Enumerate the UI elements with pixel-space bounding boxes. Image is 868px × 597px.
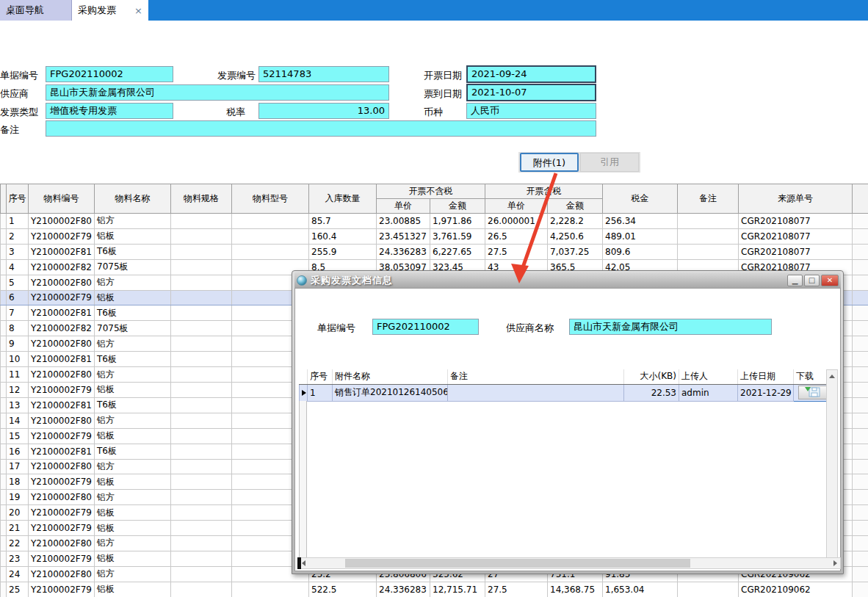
cell-code[interactable]: Y2100002F80 [29, 367, 95, 383]
cell-extra[interactable] [853, 214, 868, 229]
cell-seq[interactable]: 11 [7, 367, 29, 383]
cell-source[interactable]: CGR202108077 [739, 214, 853, 229]
col-source[interactable]: 来源单号 [739, 184, 853, 214]
cell-spec[interactable] [171, 444, 232, 459]
cell-sel[interactable] [1, 566, 7, 582]
cell-code[interactable]: Y2100002F79 [29, 474, 95, 490]
cell-extra[interactable] [853, 551, 868, 566]
cell-seq[interactable]: 24 [7, 566, 29, 582]
att-col-date[interactable]: 上传日期 [738, 369, 794, 384]
cell-name[interactable]: T6板 [95, 244, 171, 259]
cell-spec[interactable] [171, 551, 232, 566]
cell-name[interactable]: T6板 [95, 352, 171, 367]
cell-name[interactable]: 铝板 [95, 551, 171, 566]
cell-seq[interactable]: 15 [7, 428, 29, 444]
cell-extra[interactable] [853, 336, 868, 352]
cell-name[interactable]: 7075板 [95, 259, 171, 275]
cell-name[interactable]: 铝板 [95, 382, 171, 397]
cell-amount_inc[interactable]: 14,368.75 [548, 582, 603, 597]
cell-remark[interactable] [678, 214, 739, 229]
cell-amount_ex[interactable]: 12,715.71 [430, 582, 485, 597]
cell-seq[interactable]: 13 [7, 397, 29, 413]
cell-name[interactable]: 铝板 [95, 474, 171, 490]
arrive-date-field[interactable]: 2021-10-07 [466, 84, 596, 101]
att-date-cell[interactable]: 2021-12-29 [738, 384, 794, 401]
cell-seq[interactable]: 23 [7, 551, 29, 566]
cell-extra[interactable] [853, 428, 868, 444]
cell-model[interactable] [232, 214, 309, 229]
tab-purchase-invoice[interactable]: 采购发票 × [72, 0, 148, 21]
att-col-uploader[interactable]: 上传人 [679, 369, 738, 384]
cell-code[interactable]: Y2100002F80 [29, 536, 95, 551]
cell-seq[interactable]: 14 [7, 413, 29, 428]
cell-code[interactable]: Y2100002F80 [29, 275, 95, 290]
cell-amount_ex[interactable]: 1,971.86 [430, 214, 485, 229]
cell-extra[interactable] [853, 397, 868, 413]
cell-extra[interactable] [853, 367, 868, 383]
cell-seq[interactable]: 20 [7, 505, 29, 521]
cell-sel[interactable] [1, 321, 7, 336]
cell-code[interactable]: Y2100002F79 [29, 382, 95, 397]
cell-extra[interactable] [853, 566, 868, 582]
cell-extra[interactable] [853, 536, 868, 551]
cell-qty[interactable]: 255.9 [309, 244, 377, 259]
cell-seq[interactable]: 2 [7, 228, 29, 244]
vertical-scrollbar[interactable] [826, 369, 838, 565]
cell-spec[interactable] [171, 474, 232, 490]
cell-seq[interactable]: 12 [7, 382, 29, 397]
cell-name[interactable]: 铝方 [95, 214, 171, 229]
close-icon[interactable]: ✕ [821, 275, 839, 286]
col-model[interactable]: 物料型号 [232, 184, 309, 214]
cell-tax[interactable]: 489.01 [603, 228, 678, 244]
cell-spec[interactable] [171, 397, 232, 413]
minimize-icon[interactable]: ▁ [787, 275, 803, 286]
cell-extra[interactable] [853, 228, 868, 244]
cell-extra[interactable] [853, 413, 868, 428]
cell-spec[interactable] [171, 214, 232, 229]
cell-code[interactable]: Y2100002F81 [29, 397, 95, 413]
att-col-size[interactable]: 大小(KB) [624, 369, 679, 384]
cell-code[interactable]: Y2100002F80 [29, 413, 95, 428]
cell-extra[interactable] [853, 321, 868, 336]
cell-code[interactable]: Y2100002F82 [29, 321, 95, 336]
cell-seq[interactable]: 5 [7, 275, 29, 290]
cell-name[interactable]: 铝板 [95, 290, 171, 305]
col-remark[interactable]: 备注 [678, 184, 739, 214]
tax-rate-field[interactable]: 13.00 [258, 103, 389, 119]
cell-sel[interactable] [1, 413, 7, 428]
cell-name[interactable]: T6板 [95, 397, 171, 413]
att-remark-cell[interactable] [448, 384, 624, 401]
currency-field[interactable]: 人民币 [466, 103, 596, 119]
cell-seq[interactable]: 25 [7, 582, 29, 597]
cell-seq[interactable]: 10 [7, 352, 29, 367]
table-row[interactable]: 1Y2100002F80铝方85.723.008851,971.8626.000… [1, 214, 868, 229]
cell-code[interactable]: Y2100002F81 [29, 305, 95, 321]
cell-seq[interactable]: 9 [7, 336, 29, 352]
cell-extra[interactable] [853, 521, 868, 536]
cell-extra[interactable] [853, 474, 868, 490]
col-amount-inc[interactable]: 金额 [548, 199, 603, 214]
cell-price_inc[interactable]: 26.000001 [485, 214, 548, 229]
cell-sel[interactable] [1, 474, 7, 490]
cell-name[interactable]: 铝方 [95, 536, 171, 551]
cell-spec[interactable] [171, 536, 232, 551]
cell-sel[interactable] [1, 244, 7, 259]
cell-model[interactable] [232, 228, 309, 244]
cell-spec[interactable] [171, 413, 232, 428]
table-row[interactable]: 25Y2100002F79铝板522.524.33628312,715.7127… [1, 582, 868, 597]
cell-tax[interactable]: 1,653.04 [603, 582, 678, 597]
cell-extra[interactable] [853, 505, 868, 521]
cell-spec[interactable] [171, 228, 232, 244]
cell-extra[interactable] [853, 444, 868, 459]
cell-spec[interactable] [171, 305, 232, 321]
cell-spec[interactable] [171, 367, 232, 383]
att-size-cell[interactable]: 22.53 [624, 384, 679, 401]
cell-code[interactable]: Y2100002F80 [29, 336, 95, 352]
cell-price_ex[interactable]: 24.336283 [377, 244, 430, 259]
cell-amount_inc[interactable]: 2,228.2 [548, 214, 603, 229]
cell-model[interactable] [232, 244, 309, 259]
cell-name[interactable]: 铝板 [95, 505, 171, 521]
att-col-seq[interactable]: 序号 [308, 369, 333, 384]
cell-sel[interactable] [1, 459, 7, 474]
cell-tax[interactable]: 809.6 [603, 244, 678, 259]
